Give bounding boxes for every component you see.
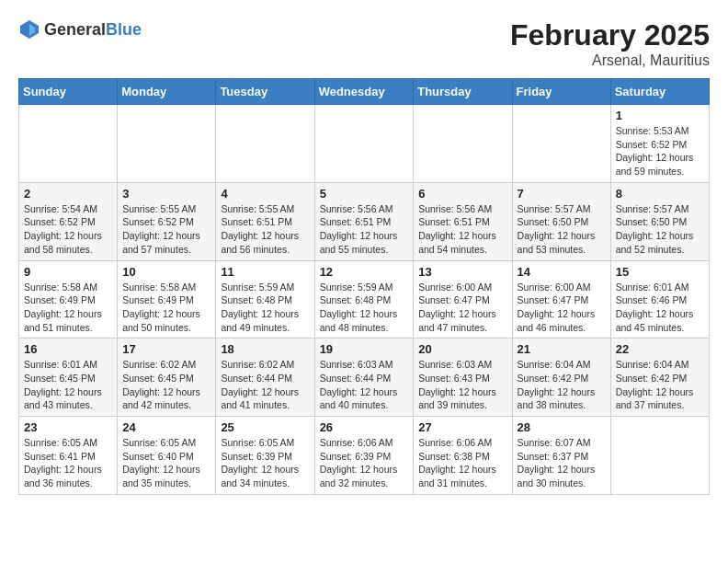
logo-blue: Blue (106, 20, 142, 39)
calendar-day-cell: 2Sunrise: 5:54 AMSunset: 6:52 PMDaylight… (19, 182, 118, 260)
day-number: 2 (24, 187, 112, 201)
day-info: Sunrise: 5:56 AMSunset: 6:51 PMDaylight:… (320, 202, 409, 257)
day-of-week-header: Wednesday (314, 79, 414, 105)
day-info: Sunrise: 6:04 AMSunset: 6:42 PMDaylight:… (518, 358, 606, 412)
calendar-day-cell: 14Sunrise: 6:00 AMSunset: 6:47 PMDayligh… (512, 260, 610, 339)
calendar-day-cell (314, 105, 414, 183)
day-number: 28 (518, 420, 606, 434)
day-number: 5 (320, 187, 409, 201)
day-info: Sunrise: 6:04 AMSunset: 6:42 PMDaylight:… (616, 358, 704, 412)
calendar-day-cell: 20Sunrise: 6:03 AMSunset: 6:43 PMDayligh… (414, 339, 512, 417)
calendar-week-row: 1Sunrise: 5:53 AMSunset: 6:52 PMDaylight… (19, 105, 710, 183)
day-number: 11 (221, 265, 309, 279)
calendar-day-cell: 11Sunrise: 5:59 AMSunset: 6:48 PMDayligh… (216, 260, 314, 339)
day-of-week-header: Monday (118, 79, 216, 105)
title-block: February 2025 Arsenal, Mauritius (510, 18, 710, 69)
day-info: Sunrise: 6:03 AMSunset: 6:44 PMDaylight:… (320, 358, 409, 412)
calendar-day-cell: 10Sunrise: 5:58 AMSunset: 6:49 PMDayligh… (118, 260, 216, 339)
calendar-week-row: 23Sunrise: 6:05 AMSunset: 6:41 PMDayligh… (19, 417, 710, 495)
day-info: Sunrise: 5:59 AMSunset: 6:48 PMDaylight:… (320, 281, 409, 335)
calendar-week-row: 2Sunrise: 5:54 AMSunset: 6:52 PMDaylight… (19, 182, 710, 260)
day-info: Sunrise: 6:06 AMSunset: 6:39 PMDaylight:… (320, 436, 409, 490)
logo-general: General (44, 20, 106, 39)
logo: GeneralBlue (18, 18, 142, 40)
calendar-day-cell: 27Sunrise: 6:06 AMSunset: 6:38 PMDayligh… (414, 417, 512, 495)
day-info: Sunrise: 6:00 AMSunset: 6:47 PMDaylight:… (418, 281, 506, 335)
location-subtitle: Arsenal, Mauritius (510, 52, 710, 69)
calendar-day-cell: 22Sunrise: 6:04 AMSunset: 6:42 PMDayligh… (610, 339, 709, 417)
day-info: Sunrise: 6:01 AMSunset: 6:46 PMDaylight:… (616, 281, 704, 335)
day-number: 7 (518, 187, 606, 201)
calendar-day-cell: 23Sunrise: 6:05 AMSunset: 6:41 PMDayligh… (19, 417, 118, 495)
day-number: 14 (518, 265, 606, 279)
calendar-day-cell: 6Sunrise: 5:56 AMSunset: 6:51 PMDaylight… (414, 182, 512, 260)
day-info: Sunrise: 5:56 AMSunset: 6:51 PMDaylight:… (418, 202, 506, 257)
day-info: Sunrise: 5:54 AMSunset: 6:52 PMDaylight:… (24, 202, 112, 257)
day-info: Sunrise: 6:05 AMSunset: 6:39 PMDaylight:… (221, 436, 309, 490)
day-info: Sunrise: 6:02 AMSunset: 6:45 PMDaylight:… (122, 358, 210, 412)
day-info: Sunrise: 6:03 AMSunset: 6:43 PMDaylight:… (418, 358, 506, 412)
day-info: Sunrise: 5:57 AMSunset: 6:50 PMDaylight:… (616, 202, 704, 257)
day-info: Sunrise: 5:59 AMSunset: 6:48 PMDaylight:… (221, 281, 309, 335)
day-number: 22 (616, 342, 704, 356)
calendar-day-cell: 21Sunrise: 6:04 AMSunset: 6:42 PMDayligh… (512, 339, 610, 417)
calendar-day-cell: 18Sunrise: 6:02 AMSunset: 6:44 PMDayligh… (216, 339, 314, 417)
calendar-day-cell: 28Sunrise: 6:07 AMSunset: 6:37 PMDayligh… (512, 417, 610, 495)
day-info: Sunrise: 5:58 AMSunset: 6:49 PMDaylight:… (122, 281, 210, 335)
month-year-title: February 2025 (510, 18, 710, 52)
calendar-week-row: 9Sunrise: 5:58 AMSunset: 6:49 PMDaylight… (19, 260, 710, 339)
calendar-day-cell: 13Sunrise: 6:00 AMSunset: 6:47 PMDayligh… (414, 260, 512, 339)
day-number: 4 (221, 187, 309, 201)
day-number: 20 (418, 342, 506, 356)
day-info: Sunrise: 6:02 AMSunset: 6:44 PMDaylight:… (221, 358, 309, 412)
day-info: Sunrise: 5:58 AMSunset: 6:49 PMDaylight:… (24, 281, 112, 335)
calendar-day-cell (610, 417, 709, 495)
day-number: 18 (221, 342, 309, 356)
day-info: Sunrise: 6:01 AMSunset: 6:45 PMDaylight:… (24, 358, 112, 412)
day-number: 19 (320, 342, 409, 356)
day-of-week-header: Sunday (19, 79, 118, 105)
day-number: 21 (518, 342, 606, 356)
calendar-header-row: SundayMondayTuesdayWednesdayThursdayFrid… (19, 79, 710, 105)
calendar-day-cell: 26Sunrise: 6:06 AMSunset: 6:39 PMDayligh… (314, 417, 414, 495)
calendar-week-row: 16Sunrise: 6:01 AMSunset: 6:45 PMDayligh… (19, 339, 710, 417)
calendar-day-cell: 1Sunrise: 5:53 AMSunset: 6:52 PMDaylight… (610, 105, 709, 183)
day-number: 17 (122, 342, 210, 356)
day-info: Sunrise: 6:05 AMSunset: 6:40 PMDaylight:… (122, 436, 210, 490)
day-info: Sunrise: 5:55 AMSunset: 6:52 PMDaylight:… (122, 202, 210, 257)
calendar-day-cell: 19Sunrise: 6:03 AMSunset: 6:44 PMDayligh… (314, 339, 414, 417)
day-number: 1 (616, 109, 704, 122)
calendar-day-cell: 3Sunrise: 5:55 AMSunset: 6:52 PMDaylight… (118, 182, 216, 260)
day-of-week-header: Thursday (414, 79, 512, 105)
day-info: Sunrise: 6:06 AMSunset: 6:38 PMDaylight:… (418, 436, 506, 490)
calendar-table: SundayMondayTuesdayWednesdayThursdayFrid… (18, 78, 710, 495)
day-number: 8 (616, 187, 704, 201)
calendar-day-cell: 24Sunrise: 6:05 AMSunset: 6:40 PMDayligh… (118, 417, 216, 495)
calendar-day-cell (512, 105, 610, 183)
day-number: 24 (122, 420, 210, 434)
calendar-day-cell (19, 105, 118, 183)
calendar-day-cell (118, 105, 216, 183)
day-number: 23 (24, 420, 112, 434)
day-of-week-header: Saturday (610, 79, 709, 105)
day-number: 12 (320, 265, 409, 279)
day-info: Sunrise: 6:07 AMSunset: 6:37 PMDaylight:… (518, 436, 606, 490)
calendar-day-cell: 16Sunrise: 6:01 AMSunset: 6:45 PMDayligh… (19, 339, 118, 417)
calendar-day-cell (216, 105, 314, 183)
day-info: Sunrise: 5:53 AMSunset: 6:52 PMDaylight:… (616, 124, 704, 178)
calendar-day-cell: 12Sunrise: 5:59 AMSunset: 6:48 PMDayligh… (314, 260, 414, 339)
calendar-day-cell: 25Sunrise: 6:05 AMSunset: 6:39 PMDayligh… (216, 417, 314, 495)
day-info: Sunrise: 6:05 AMSunset: 6:41 PMDaylight:… (24, 436, 112, 490)
day-number: 25 (221, 420, 309, 434)
calendar-day-cell (414, 105, 512, 183)
day-number: 26 (320, 420, 409, 434)
calendar-day-cell: 15Sunrise: 6:01 AMSunset: 6:46 PMDayligh… (610, 260, 709, 339)
page-header: GeneralBlue February 2025 Arsenal, Mauri… (18, 18, 710, 69)
calendar-day-cell: 17Sunrise: 6:02 AMSunset: 6:45 PMDayligh… (118, 339, 216, 417)
day-number: 10 (122, 265, 210, 279)
calendar-day-cell: 9Sunrise: 5:58 AMSunset: 6:49 PMDaylight… (19, 260, 118, 339)
day-number: 13 (418, 265, 506, 279)
day-number: 9 (24, 265, 112, 279)
day-number: 16 (24, 342, 112, 356)
day-of-week-header: Friday (512, 79, 610, 105)
